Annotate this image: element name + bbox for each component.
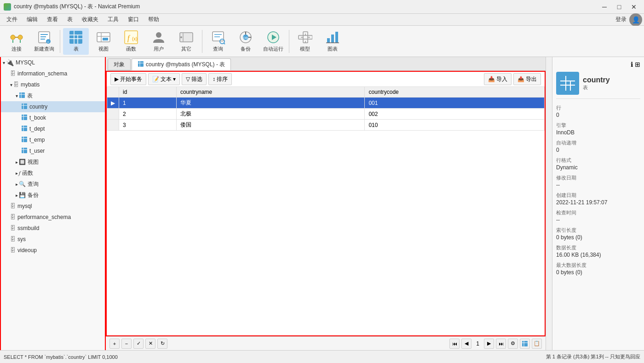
query-icon: + <box>37 30 52 45</box>
toolbar-new-query[interactable]: + 新建查询 <box>31 28 57 55</box>
sidebar-item-queries-folder[interactable]: 🔍 查询 <box>1 179 105 190</box>
cell-id[interactable]: 1 <box>119 98 177 109</box>
menu-table[interactable]: 表 <box>63 15 77 24</box>
sidebar-item-t-emp[interactable]: t_emp <box>1 134 105 145</box>
grid-icon-btn[interactable]: ⊞ <box>635 61 640 68</box>
ssmbuild-label: ssmbuild <box>17 225 39 231</box>
begin-transaction-label: 开始事务 <box>120 75 142 83</box>
table-row[interactable]: ▶1华夏001 <box>107 98 545 109</box>
toolbar-backup[interactable]: DB 备份 <box>233 28 259 55</box>
nav-grid-view[interactable] <box>520 339 530 349</box>
user-label: 用户 <box>154 46 164 52</box>
text-dropdown-icon: ▾ <box>173 76 176 82</box>
sidebar-item-videoup[interactable]: 🗄 videoup <box>1 245 105 256</box>
close-button[interactable]: ✕ <box>627 2 640 12</box>
query-label: 查询 <box>213 46 223 52</box>
window-title: country @mybatis (MYSQL) - 表 - Navicat P… <box>14 3 140 11</box>
filter-btn[interactable]: ▽ 筛选 <box>182 73 207 85</box>
table-row[interactable]: 2北极002 <box>107 109 545 120</box>
cell-countrycode[interactable]: 010 <box>365 120 545 131</box>
sidebar-item-country[interactable]: country <box>1 101 105 112</box>
nav-next[interactable]: ▶ <box>484 339 494 349</box>
svg-rect-55 <box>22 115 27 120</box>
nav-last[interactable]: ⏭ <box>496 339 506 349</box>
th-id[interactable]: id <box>119 87 177 98</box>
begin-transaction-btn[interactable]: ▶ 开始事务 <box>110 73 146 85</box>
backup-folder-icon: 💾 <box>19 192 26 198</box>
sidebar-item-t-book[interactable]: t_book <box>1 112 105 123</box>
info-icon-btn[interactable]: ℹ <box>631 61 633 68</box>
login-button[interactable]: 登录 <box>615 16 627 23</box>
sidebar-item-mysql-db[interactable]: 🗄 mysql <box>1 201 105 212</box>
sidebar-item-ssmbuild[interactable]: 🗄 ssmbuild <box>1 223 105 234</box>
cell-id[interactable]: 3 <box>119 120 177 131</box>
sidebar-item-functions-folder[interactable]: 𝑓 函数 <box>1 167 105 179</box>
toolbar-table[interactable]: 表 <box>63 28 89 55</box>
menu-help[interactable]: 帮助 <box>144 15 164 24</box>
toolbar-sep-3 <box>289 30 289 53</box>
menu-file[interactable]: 文件 <box>2 15 22 24</box>
login-area: 登录 👤 <box>615 13 642 26</box>
backup-arrow <box>16 193 18 198</box>
menu-edit[interactable]: 编辑 <box>22 15 42 24</box>
maximize-button[interactable]: □ <box>613 2 626 12</box>
menu-favorites[interactable]: 收藏夹 <box>77 15 103 24</box>
th-countryname[interactable]: countryname <box>176 87 365 98</box>
export-btn[interactable]: 📤 导出 <box>513 73 541 85</box>
sidebar-item-t-dept[interactable]: t_dept <box>1 123 105 134</box>
menu-view[interactable]: 查看 <box>42 15 63 24</box>
minimize-button[interactable]: ─ <box>598 2 611 12</box>
cell-countryname[interactable]: 北极 <box>176 109 365 120</box>
nav-form-view[interactable]: 📋 <box>532 339 542 349</box>
sidebar-item-mybatis[interactable]: 🗄 mybatis <box>1 79 105 90</box>
tab-objects[interactable]: 对象 <box>108 58 131 70</box>
import-btn[interactable]: 📥 导入 <box>484 73 512 85</box>
toolbar-model[interactable]: 模型 <box>292 28 318 55</box>
tab-table[interactable]: country @mybatis (MYSQL) - 表 <box>132 58 231 70</box>
toolbar-other[interactable]: 其它 <box>173 28 199 55</box>
sort-btn[interactable]: ↕ 排序 <box>208 73 232 85</box>
sidebar-item-backup-folder[interactable]: 💾 备份 <box>1 190 105 201</box>
text-btn[interactable]: 📝 文本 ▾ <box>148 73 180 85</box>
nav-first[interactable]: ⏮ <box>449 339 460 349</box>
nav-apply[interactable]: ✓ <box>133 339 144 349</box>
toolbar-autorun[interactable]: 自动运行 <box>260 28 286 55</box>
info-label: 最大数据长度 <box>556 262 640 269</box>
filter-icon: ▽ <box>186 76 190 82</box>
menu-tools[interactable]: 工具 <box>103 15 123 24</box>
sidebar-item-performance-schema[interactable]: 🗄 performance_schema <box>1 212 105 223</box>
nav-settings[interactable]: ⚙ <box>508 339 518 349</box>
info-row: 检查时间-- <box>556 209 640 223</box>
toolbar-query[interactable]: 查询 <box>205 28 231 55</box>
sidebar-item-sys[interactable]: 🗄 sys <box>1 234 105 245</box>
cell-countrycode[interactable]: 001 <box>365 98 545 109</box>
videoup-icon: 🗄 <box>10 247 16 254</box>
cell-countrycode[interactable]: 002 <box>365 109 545 120</box>
toolbar-function[interactable]: f(x) 函数 <box>118 28 144 55</box>
toolbar-view[interactable]: 视图 <box>91 28 116 55</box>
sidebar-item-information-schema[interactable]: 🗄 information_schema <box>1 68 105 79</box>
sidebar-item-tables-folder[interactable]: 表 <box>1 90 105 101</box>
th-countrycode[interactable]: countrycode <box>365 87 545 98</box>
window-controls: ─ □ ✕ <box>598 2 640 12</box>
sidebar-item-t-user[interactable]: t_user <box>1 145 105 156</box>
menu-window[interactable]: 窗口 <box>123 15 144 24</box>
table-row[interactable]: 3倭国010 <box>107 120 545 131</box>
toolbar-user[interactable]: 用户 <box>146 28 172 55</box>
toolbar-chart[interactable]: 图表 <box>320 28 345 55</box>
cell-countryname[interactable]: 华夏 <box>176 98 365 109</box>
cell-countryname[interactable]: 倭国 <box>176 120 365 131</box>
nav-cancel[interactable]: ✕ <box>145 339 155 349</box>
svg-rect-52 <box>22 104 27 109</box>
vertical-scrollbar[interactable] <box>546 57 552 350</box>
toolbar-connect[interactable]: 连接 <box>4 28 29 55</box>
sidebar-item-mysql[interactable]: 🔌 MYSQL <box>1 57 105 68</box>
sidebar-item-views-folder[interactable]: 🔲 视图 <box>1 156 105 167</box>
nav-delete-row[interactable]: − <box>121 339 132 349</box>
nav-add-row[interactable]: + <box>109 339 120 349</box>
svg-point-26 <box>180 36 182 38</box>
cell-id[interactable]: 2 <box>119 109 177 120</box>
nav-refresh[interactable]: ↻ <box>157 339 167 349</box>
nav-prev[interactable]: ◀ <box>461 339 472 349</box>
new-query-label: 新建查询 <box>34 46 54 52</box>
